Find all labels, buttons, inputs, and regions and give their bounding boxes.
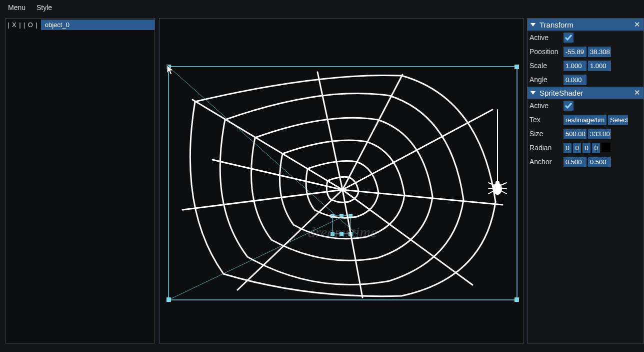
hierarchy-row[interactable]: | X | | O | object_0	[6, 19, 154, 31]
tex-path-field[interactable]: res/image/tim	[564, 115, 606, 125]
svg-rect-4	[514, 65, 519, 69]
transform-scale-row: Scale 1.000 1.000	[528, 59, 644, 73]
position-y-field[interactable]: 38.308	[588, 47, 611, 57]
tex-select-button[interactable]: Select	[608, 115, 628, 125]
close-icon[interactable]: ✕	[634, 20, 640, 29]
scale-y-field[interactable]: 1.000	[588, 61, 611, 71]
collapse-icon[interactable]	[530, 23, 536, 27]
viewport-panel[interactable]: dreamstime	[159, 18, 524, 343]
active-label: Active	[530, 34, 564, 42]
transform-active-row: Active	[528, 31, 644, 45]
menu-menu[interactable]: Menu	[8, 4, 26, 12]
anchor-y-field[interactable]: 0.500	[588, 157, 611, 167]
menubar: Menu Style	[0, 0, 644, 15]
transform-title: Transform	[540, 21, 634, 29]
hierarchy-object-name[interactable]: object_0	[41, 20, 154, 30]
hierarchy-row-x[interactable]: | X |	[8, 21, 22, 29]
inspector-panel: Transform ✕ Active Poosition -55.89 38.3…	[527, 18, 644, 343]
position-x-field[interactable]: -55.89	[564, 47, 586, 57]
transform-active-checkbox[interactable]	[564, 33, 574, 43]
size-y-field[interactable]: 333.00	[588, 129, 611, 139]
active-label: Active	[530, 102, 564, 110]
angle-field[interactable]: 0.000	[564, 75, 586, 85]
sprite-radian-row: Radian 0 0 0 0	[528, 141, 644, 155]
radian-color-swatch[interactable]	[602, 143, 610, 152]
svg-line-18	[342, 190, 502, 205]
svg-line-17	[342, 110, 492, 190]
svg-rect-6	[514, 297, 519, 302]
anchor-label: Anchor	[530, 158, 564, 166]
radian-1-field[interactable]: 0	[573, 143, 581, 153]
sprite-size-row: Size 500.00 333.00	[528, 127, 644, 141]
sprite-active-checkbox[interactable]	[564, 101, 574, 111]
transform-header[interactable]: Transform ✕	[528, 19, 644, 31]
angle-label: Angle	[530, 76, 564, 84]
svg-rect-3	[166, 65, 171, 69]
canvas-stage[interactable]: dreamstime	[166, 65, 519, 302]
svg-point-26	[496, 181, 500, 185]
radian-3-field[interactable]: 0	[592, 143, 600, 153]
collapse-icon[interactable]	[530, 91, 536, 95]
transform-angle-row: Angle 0.000	[528, 73, 644, 87]
close-icon[interactable]: ✕	[634, 88, 640, 97]
spriteshader-title: SpriteShader	[540, 89, 634, 97]
svg-rect-5	[166, 297, 171, 302]
sprite-preview[interactable]: dreamstime	[166, 65, 519, 302]
workspace: | X | | O | object_0	[5, 18, 639, 348]
tex-label: Tex	[530, 116, 564, 124]
hierarchy-row-o[interactable]: | O |	[24, 21, 38, 29]
radian-2-field[interactable]: 0	[582, 143, 590, 153]
svg-line-14	[192, 100, 342, 190]
transform-position-row: Poosition -55.89 38.308	[528, 45, 644, 59]
sprite-anchor-row: Anchor 0.500 0.500	[528, 155, 644, 169]
radian-0-field[interactable]: 0	[564, 143, 572, 153]
radian-label: Radian	[530, 144, 564, 152]
svg-line-30	[500, 183, 506, 186]
sprite-active-row: Active	[528, 99, 644, 113]
svg-line-16	[342, 75, 402, 190]
scale-label: Scale	[530, 62, 564, 70]
size-x-field[interactable]: 500.00	[564, 129, 586, 139]
svg-line-15	[318, 72, 342, 190]
size-label: Size	[530, 130, 564, 138]
scale-x-field[interactable]: 1.000	[564, 61, 586, 71]
svg-line-20	[342, 190, 362, 297]
watermark-text: dreamstime	[308, 224, 378, 240]
hierarchy-panel: | X | | O | object_0	[5, 18, 155, 343]
spriteshader-header[interactable]: SpriteShader ✕	[528, 87, 644, 99]
sprite-tex-row: Tex res/image/tim Select	[528, 113, 644, 127]
position-label: Poosition	[530, 48, 564, 56]
anchor-x-field[interactable]: 0.500	[564, 157, 586, 167]
menu-style[interactable]: Style	[36, 4, 52, 12]
